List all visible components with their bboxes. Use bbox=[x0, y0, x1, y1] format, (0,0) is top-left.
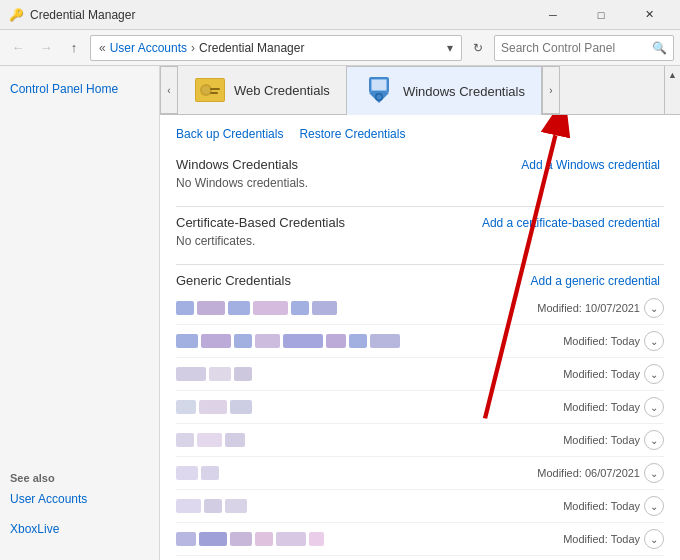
action-links: Back up Credentials Restore Credentials bbox=[176, 127, 664, 141]
tab-scroll-left[interactable]: ‹ bbox=[160, 66, 178, 114]
credential-modified: Modified: Today bbox=[563, 401, 640, 413]
tab-web-credentials[interactable]: Web Credentials bbox=[178, 66, 346, 114]
add-windows-credential-link[interactable]: Add a Windows credential bbox=[521, 158, 660, 172]
address-bar: ← → ↑ « User Accounts › Credential Manag… bbox=[0, 30, 680, 66]
up-button[interactable]: ↑ bbox=[62, 36, 86, 60]
search-icon: 🔍 bbox=[652, 41, 667, 55]
windows-creds-empty: No Windows credentials. bbox=[176, 176, 664, 190]
breadcrumb-prefix: « bbox=[99, 41, 106, 55]
cert-creds-empty: No certificates. bbox=[176, 234, 664, 248]
credential-modified: Modified: 06/07/2021 bbox=[537, 467, 640, 479]
scroll-up-icon[interactable]: ▲ bbox=[668, 70, 677, 80]
credential-modified: Modified: Today bbox=[563, 533, 640, 545]
minimize-button[interactable]: ─ bbox=[530, 0, 576, 30]
credential-identity bbox=[176, 367, 563, 381]
credential-expand-button[interactable]: ⌄ bbox=[644, 397, 664, 417]
credential-identity bbox=[176, 400, 563, 414]
app-icon: 🔑 bbox=[8, 7, 24, 23]
windows-creds-section-header: Windows Credentials Add a Windows creden… bbox=[176, 157, 664, 172]
refresh-button[interactable]: ↻ bbox=[466, 36, 490, 60]
tab-header: ‹ Web Credentials bbox=[160, 66, 680, 115]
svg-rect-8 bbox=[372, 80, 386, 90]
divider-1 bbox=[176, 206, 664, 207]
credential-row[interactable]: Modified: Today⌄ bbox=[176, 424, 664, 457]
maximize-button[interactable]: □ bbox=[578, 0, 624, 30]
credential-row[interactable]: Modified: Today⌄ bbox=[176, 523, 664, 556]
tab-windows-credentials[interactable]: Windows Credentials bbox=[346, 66, 542, 115]
credential-modified: Modified: 10/07/2021 bbox=[537, 302, 640, 314]
credential-row[interactable]: Modified: 10/07/2021⌄ bbox=[176, 292, 664, 325]
credential-identity bbox=[176, 466, 537, 480]
credential-row[interactable]: Modified: Today⌄ bbox=[176, 391, 664, 424]
credential-modified: Modified: Today bbox=[563, 434, 640, 446]
backup-credentials-link[interactable]: Back up Credentials bbox=[176, 127, 283, 141]
forward-button[interactable]: → bbox=[34, 36, 58, 60]
sidebar-control-panel-home[interactable]: Control Panel Home bbox=[10, 78, 149, 100]
back-button[interactable]: ← bbox=[6, 36, 30, 60]
window-title: Credential Manager bbox=[30, 8, 530, 22]
tab-scroll-right[interactable]: › bbox=[542, 66, 560, 114]
cert-creds-section-header: Certificate-Based Credentials Add a cert… bbox=[176, 215, 664, 230]
add-cert-credential-link[interactable]: Add a certificate-based credential bbox=[482, 216, 660, 230]
credential-modified: Modified: Today bbox=[563, 368, 640, 380]
title-bar: 🔑 Credential Manager ─ □ ✕ bbox=[0, 0, 680, 30]
generic-creds-title: Generic Credentials bbox=[176, 273, 291, 288]
tab-windows-label: Windows Credentials bbox=[403, 84, 525, 99]
sidebar-xbox-live[interactable]: XboxLive bbox=[10, 518, 149, 540]
close-button[interactable]: ✕ bbox=[626, 0, 672, 30]
generic-creds-section-header: Generic Credentials Add a generic creden… bbox=[176, 273, 664, 288]
credential-modified: Modified: Today bbox=[563, 335, 640, 347]
credential-expand-button[interactable]: ⌄ bbox=[644, 529, 664, 549]
window-controls: ─ □ ✕ bbox=[530, 0, 672, 30]
sidebar-see-also: See also bbox=[10, 472, 149, 484]
credential-expand-button[interactable]: ⌄ bbox=[644, 430, 664, 450]
credential-row[interactable]: Modified: 06/07/2021⌄ bbox=[176, 457, 664, 490]
cert-creds-title: Certificate-Based Credentials bbox=[176, 215, 345, 230]
credential-identity bbox=[176, 334, 563, 348]
main-layout: Control Panel Home See also User Account… bbox=[0, 66, 680, 560]
address-path[interactable]: « User Accounts › Credential Manager ▾ bbox=[90, 35, 462, 61]
svg-point-3 bbox=[202, 86, 210, 94]
breadcrumb-part2: Credential Manager bbox=[199, 41, 304, 55]
breadcrumb-part1[interactable]: User Accounts bbox=[110, 41, 187, 55]
vertical-scrollbar-top[interactable]: ▲ bbox=[664, 66, 680, 114]
tab-web-label: Web Credentials bbox=[234, 83, 330, 98]
breadcrumb-separator: › bbox=[191, 41, 195, 55]
web-credentials-icon bbox=[194, 74, 226, 106]
add-generic-credential-link[interactable]: Add a generic credential bbox=[531, 274, 660, 288]
credential-expand-button[interactable]: ⌄ bbox=[644, 463, 664, 483]
restore-credentials-link[interactable]: Restore Credentials bbox=[299, 127, 405, 141]
windows-creds-title: Windows Credentials bbox=[176, 157, 298, 172]
svg-rect-5 bbox=[210, 92, 218, 94]
svg-rect-4 bbox=[210, 88, 220, 90]
windows-credentials-icon bbox=[363, 75, 395, 107]
credential-identity bbox=[176, 301, 537, 315]
address-dropdown[interactable]: ▾ bbox=[447, 41, 453, 55]
divider-2 bbox=[176, 264, 664, 265]
credential-row[interactable]: Modified: Today⌄ bbox=[176, 325, 664, 358]
sidebar: Control Panel Home See also User Account… bbox=[0, 66, 160, 560]
content-area: ‹ Web Credentials bbox=[160, 66, 680, 560]
credential-row[interactable]: Modified: Today⌄ bbox=[176, 358, 664, 391]
svg-point-10 bbox=[376, 95, 381, 100]
credential-row[interactable]: Modified: Today⌄ bbox=[176, 490, 664, 523]
sidebar-bottom: See also User Accounts XboxLive bbox=[10, 456, 149, 540]
search-box[interactable]: 🔍 bbox=[494, 35, 674, 61]
credential-identity bbox=[176, 499, 563, 513]
credential-identity bbox=[176, 532, 563, 546]
sidebar-user-accounts-link[interactable]: User Accounts bbox=[10, 488, 149, 510]
credential-modified: Modified: Today bbox=[563, 500, 640, 512]
credential-expand-button[interactable]: ⌄ bbox=[644, 496, 664, 516]
credential-expand-button[interactable]: ⌄ bbox=[644, 364, 664, 384]
search-input[interactable] bbox=[501, 41, 652, 55]
sidebar-top: Control Panel Home bbox=[10, 78, 149, 100]
credential-expand-button[interactable]: ⌄ bbox=[644, 331, 664, 351]
credential-identity bbox=[176, 433, 563, 447]
content-scroll[interactable]: Back up Credentials Restore Credentials … bbox=[160, 115, 680, 560]
credential-list: Modified: 10/07/2021⌄Modified: Today⌄Mod… bbox=[176, 292, 664, 556]
credential-expand-button[interactable]: ⌄ bbox=[644, 298, 664, 318]
